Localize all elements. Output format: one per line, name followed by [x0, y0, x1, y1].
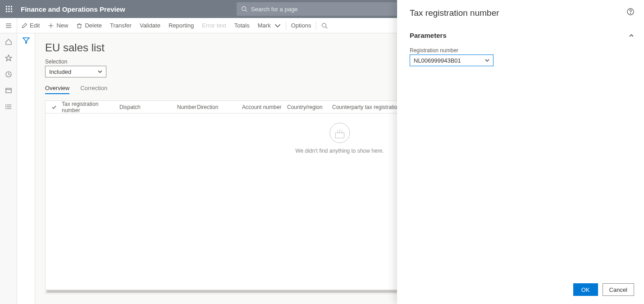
left-nav: [0, 33, 17, 304]
transfer-button[interactable]: Transfer: [106, 18, 136, 33]
chevron-up-icon: [629, 33, 634, 38]
section-title: Parameters: [410, 32, 447, 39]
col-country[interactable]: Country/region: [284, 104, 329, 110]
svg-rect-4: [9, 9, 10, 10]
separator: [286, 21, 286, 30]
waffle-icon: [5, 5, 13, 13]
nav-modules[interactable]: [5, 103, 13, 111]
validate-label: Validate: [140, 22, 160, 29]
nav-home[interactable]: [5, 38, 13, 46]
svg-point-19: [322, 23, 326, 27]
totals-label: Totals: [234, 22, 250, 29]
svg-rect-5: [11, 9, 12, 10]
mark-menu[interactable]: Mark: [254, 18, 285, 33]
star-icon: [5, 54, 12, 62]
home-icon: [5, 38, 12, 45]
panel-header: Tax registration number: [410, 8, 634, 18]
svg-rect-8: [11, 11, 12, 12]
svg-line-24: [9, 74, 10, 75]
panel-title: Tax registration number: [410, 8, 499, 18]
transfer-label: Transfer: [110, 22, 132, 29]
svg-line-10: [246, 10, 247, 12]
nav-recent[interactable]: [5, 70, 13, 78]
svg-rect-25: [6, 88, 11, 93]
mark-label: Mark: [258, 22, 271, 29]
svg-rect-7: [9, 11, 10, 12]
hamburger-icon: [5, 22, 12, 29]
tab-correction[interactable]: Correction: [80, 85, 107, 94]
cancel-button[interactable]: Cancel: [603, 283, 634, 296]
page-search-button[interactable]: [317, 18, 332, 33]
totals-button[interactable]: Totals: [230, 18, 254, 33]
workspace-icon: [5, 87, 12, 94]
svg-rect-16: [78, 24, 81, 28]
help-button[interactable]: [627, 8, 634, 17]
app-title: Finance and Operations Preview: [21, 5, 125, 13]
nav-workspaces[interactable]: [5, 86, 13, 95]
svg-rect-35: [335, 133, 344, 138]
select-all-checkbox[interactable]: [49, 104, 59, 110]
col-tax-reg[interactable]: Tax registration number: [59, 101, 117, 113]
filter-column: [17, 33, 35, 304]
svg-line-36: [337, 130, 338, 133]
edit-button[interactable]: Edit: [17, 18, 44, 33]
pencil-icon: [21, 23, 27, 29]
delete-label: Delete: [85, 22, 102, 29]
global-search-input[interactable]: Search for a page: [237, 2, 397, 16]
svg-marker-33: [23, 38, 29, 43]
col-dispatch[interactable]: Dispatch: [117, 104, 174, 110]
nav-favorites[interactable]: [5, 54, 13, 62]
ok-button[interactable]: OK: [573, 283, 598, 296]
svg-marker-21: [5, 55, 12, 61]
svg-rect-0: [6, 6, 7, 7]
separator: [316, 21, 316, 30]
app-launcher-button[interactable]: [0, 0, 18, 18]
error-text-button: Error text: [198, 18, 230, 33]
plus-icon: [48, 23, 54, 29]
clock-icon: [5, 71, 12, 78]
trash-icon: [76, 23, 82, 29]
options-button[interactable]: Options: [287, 18, 315, 33]
edit-label: Edit: [30, 22, 40, 29]
registration-number-input[interactable]: NL006999943B01: [410, 54, 493, 66]
nav-toggle-button[interactable]: [0, 18, 17, 33]
svg-point-31: [5, 107, 6, 107]
reporting-button[interactable]: Reporting: [164, 18, 198, 33]
search-icon: [241, 6, 247, 12]
panel-footer: OK Cancel: [410, 274, 634, 296]
help-icon: [627, 8, 634, 15]
col-account[interactable]: Account number: [239, 104, 284, 110]
validate-button[interactable]: Validate: [136, 18, 164, 33]
svg-point-32: [5, 109, 6, 109]
side-panel: Tax registration number Parameters Regis…: [397, 0, 644, 304]
parameters-section-toggle[interactable]: Parameters: [410, 32, 634, 39]
col-number[interactable]: Number: [174, 104, 194, 110]
chevron-down-icon: [98, 69, 102, 74]
registration-number-field: Registration number NL006999943B01: [410, 47, 634, 66]
registration-number-value: NL006999943B01: [414, 57, 461, 64]
chevron-down-icon: [274, 23, 281, 29]
svg-line-38: [341, 130, 342, 133]
new-button[interactable]: New: [44, 18, 72, 33]
svg-point-40: [630, 14, 631, 14]
list-icon: [5, 103, 12, 110]
search-icon: [321, 23, 328, 29]
tab-overview[interactable]: Overview: [45, 85, 69, 94]
svg-rect-6: [6, 11, 7, 12]
check-icon: [51, 104, 57, 110]
reporting-label: Reporting: [169, 22, 194, 29]
options-label: Options: [291, 22, 311, 29]
selection-dropdown[interactable]: Included: [45, 66, 106, 77]
svg-rect-3: [6, 9, 7, 10]
search-placeholder: Search for a page: [251, 6, 297, 13]
svg-point-9: [242, 7, 246, 11]
svg-line-20: [326, 27, 328, 28]
col-direction[interactable]: Direction: [194, 104, 239, 110]
delete-button[interactable]: Delete: [72, 18, 106, 33]
empty-icon: [329, 123, 350, 143]
empty-message: We didn't find anything to show here.: [295, 148, 384, 154]
filter-icon[interactable]: [23, 37, 30, 44]
svg-rect-1: [9, 6, 10, 7]
chevron-down-icon: [485, 58, 489, 63]
registration-number-label: Registration number: [410, 47, 634, 54]
